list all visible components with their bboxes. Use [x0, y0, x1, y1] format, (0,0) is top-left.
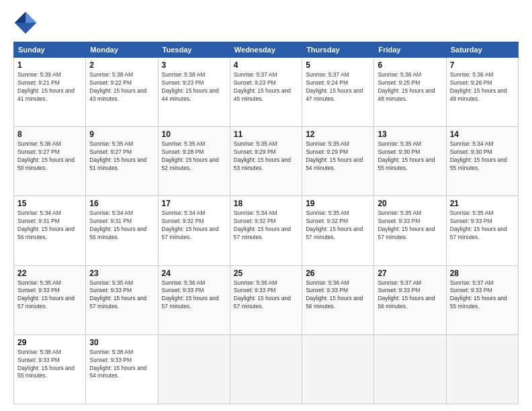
day-info: Sunrise: 5:36 AMSunset: 9:33 PMDaylight:…	[234, 279, 298, 312]
day-cell: 3Sunrise: 5:38 AMSunset: 9:23 PMDaylight…	[158, 58, 230, 127]
day-info: Sunrise: 5:35 AMSunset: 9:33 PMDaylight:…	[450, 210, 515, 242]
day-number: 8	[17, 130, 82, 139]
day-number: 10	[162, 130, 226, 139]
logo	[13, 11, 42, 35]
day-cell: 22Sunrise: 5:35 AMSunset: 9:33 PMDayligh…	[14, 265, 86, 334]
day-info: Sunrise: 5:35 AMSunset: 9:32 PMDaylight:…	[306, 210, 370, 242]
day-info: Sunrise: 5:36 AMSunset: 9:33 PMDaylight:…	[162, 279, 226, 312]
day-cell: 12Sunrise: 5:35 AMSunset: 9:29 PMDayligh…	[302, 127, 374, 196]
day-info: Sunrise: 5:35 AMSunset: 9:30 PMDaylight:…	[378, 140, 442, 173]
day-number: 21	[450, 199, 515, 208]
day-info: Sunrise: 5:35 AMSunset: 9:28 PMDaylight:…	[162, 140, 226, 173]
day-number: 11	[234, 130, 298, 139]
day-cell: 27Sunrise: 5:37 AMSunset: 9:33 PMDayligh…	[374, 265, 446, 334]
day-info: Sunrise: 5:34 AMSunset: 9:32 PMDaylight:…	[234, 210, 298, 242]
day-info: Sunrise: 5:34 AMSunset: 9:30 PMDaylight:…	[450, 140, 515, 173]
col-header-wednesday: Wednesday	[230, 42, 302, 58]
header	[13, 11, 519, 35]
day-info: Sunrise: 5:38 AMSunset: 9:22 PMDaylight:…	[89, 71, 154, 103]
day-info: Sunrise: 5:34 AMSunset: 9:31 PMDaylight:…	[89, 210, 154, 242]
day-number: 14	[450, 130, 515, 139]
col-header-tuesday: Tuesday	[158, 42, 230, 58]
day-cell: 29Sunrise: 5:38 AMSunset: 9:33 PMDayligh…	[14, 334, 86, 404]
day-info: Sunrise: 5:37 AMSunset: 9:23 PMDaylight:…	[234, 71, 298, 103]
calendar-page: SundayMondayTuesdayWednesdayThursdayFrid…	[0, 0, 532, 411]
week-row-1: 1Sunrise: 5:39 AMSunset: 9:21 PMDaylight…	[14, 58, 519, 127]
day-cell: 15Sunrise: 5:34 AMSunset: 9:31 PMDayligh…	[14, 196, 86, 265]
day-number: 16	[89, 199, 154, 208]
day-info: Sunrise: 5:38 AMSunset: 9:33 PMDaylight:…	[17, 349, 82, 381]
day-cell: 20Sunrise: 5:35 AMSunset: 9:33 PMDayligh…	[374, 196, 446, 265]
day-cell: 19Sunrise: 5:35 AMSunset: 9:32 PMDayligh…	[302, 196, 374, 265]
day-number: 5	[306, 60, 370, 70]
col-header-friday: Friday	[374, 42, 446, 58]
day-number: 22	[17, 269, 82, 278]
day-cell: 10Sunrise: 5:35 AMSunset: 9:28 PMDayligh…	[158, 127, 230, 196]
day-cell: 6Sunrise: 5:36 AMSunset: 9:25 PMDaylight…	[374, 58, 446, 127]
day-number: 4	[234, 60, 298, 70]
day-info: Sunrise: 5:38 AMSunset: 9:23 PMDaylight:…	[162, 71, 226, 103]
day-number: 30	[89, 338, 154, 347]
day-info: Sunrise: 5:38 AMSunset: 9:33 PMDaylight:…	[89, 349, 154, 381]
day-cell: 7Sunrise: 5:36 AMSunset: 9:26 PMDaylight…	[446, 58, 518, 127]
day-info: Sunrise: 5:35 AMSunset: 9:33 PMDaylight:…	[89, 279, 154, 312]
day-info: Sunrise: 5:37 AMSunset: 9:24 PMDaylight:…	[306, 71, 370, 103]
day-number: 28	[450, 269, 515, 278]
day-info: Sunrise: 5:35 AMSunset: 9:29 PMDaylight:…	[306, 140, 370, 173]
week-row-3: 15Sunrise: 5:34 AMSunset: 9:31 PMDayligh…	[14, 196, 519, 265]
day-cell: 18Sunrise: 5:34 AMSunset: 9:32 PMDayligh…	[230, 196, 302, 265]
day-info: Sunrise: 5:34 AMSunset: 9:32 PMDaylight:…	[162, 210, 226, 242]
day-number: 1	[17, 60, 82, 70]
day-info: Sunrise: 5:36 AMSunset: 9:26 PMDaylight:…	[450, 71, 515, 103]
day-cell	[446, 334, 518, 404]
week-row-4: 22Sunrise: 5:35 AMSunset: 9:33 PMDayligh…	[14, 265, 519, 334]
day-cell: 9Sunrise: 5:35 AMSunset: 9:27 PMDaylight…	[86, 127, 158, 196]
day-cell: 4Sunrise: 5:37 AMSunset: 9:23 PMDaylight…	[230, 58, 302, 127]
day-number: 24	[162, 269, 226, 278]
day-cell: 17Sunrise: 5:34 AMSunset: 9:32 PMDayligh…	[158, 196, 230, 265]
day-cell: 14Sunrise: 5:34 AMSunset: 9:30 PMDayligh…	[446, 127, 518, 196]
calendar-table: SundayMondayTuesdayWednesdayThursdayFrid…	[13, 42, 519, 404]
day-number: 26	[306, 269, 370, 278]
day-cell	[230, 334, 302, 404]
header-row: SundayMondayTuesdayWednesdayThursdayFrid…	[14, 42, 519, 58]
day-info: Sunrise: 5:34 AMSunset: 9:31 PMDaylight:…	[17, 210, 82, 242]
day-number: 2	[89, 60, 154, 70]
day-info: Sunrise: 5:35 AMSunset: 9:33 PMDaylight:…	[17, 279, 82, 312]
col-header-monday: Monday	[86, 42, 158, 58]
day-cell: 23Sunrise: 5:35 AMSunset: 9:33 PMDayligh…	[86, 265, 158, 334]
day-info: Sunrise: 5:36 AMSunset: 9:33 PMDaylight:…	[306, 279, 370, 312]
day-cell: 8Sunrise: 5:36 AMSunset: 9:27 PMDaylight…	[14, 127, 86, 196]
day-info: Sunrise: 5:37 AMSunset: 9:33 PMDaylight:…	[450, 279, 515, 312]
day-number: 27	[378, 269, 442, 278]
day-info: Sunrise: 5:36 AMSunset: 9:25 PMDaylight:…	[378, 71, 442, 103]
day-number: 12	[306, 130, 370, 139]
day-info: Sunrise: 5:39 AMSunset: 9:21 PMDaylight:…	[17, 71, 82, 103]
day-number: 25	[234, 269, 298, 278]
col-header-thursday: Thursday	[302, 42, 374, 58]
svg-marker-2	[15, 12, 26, 23]
day-cell: 26Sunrise: 5:36 AMSunset: 9:33 PMDayligh…	[302, 265, 374, 334]
day-cell	[374, 334, 446, 404]
day-number: 19	[306, 199, 370, 208]
col-header-sunday: Sunday	[14, 42, 86, 58]
logo-icon	[13, 11, 38, 35]
day-cell: 25Sunrise: 5:36 AMSunset: 9:33 PMDayligh…	[230, 265, 302, 334]
day-info: Sunrise: 5:35 AMSunset: 9:29 PMDaylight:…	[234, 140, 298, 173]
day-number: 15	[17, 199, 82, 208]
day-number: 7	[450, 60, 515, 70]
day-number: 9	[89, 130, 154, 139]
week-row-2: 8Sunrise: 5:36 AMSunset: 9:27 PMDaylight…	[14, 127, 519, 196]
day-cell: 1Sunrise: 5:39 AMSunset: 9:21 PMDaylight…	[14, 58, 86, 127]
day-number: 29	[17, 338, 82, 347]
day-cell	[158, 334, 230, 404]
col-header-saturday: Saturday	[446, 42, 518, 58]
day-cell: 2Sunrise: 5:38 AMSunset: 9:22 PMDaylight…	[86, 58, 158, 127]
day-cell: 28Sunrise: 5:37 AMSunset: 9:33 PMDayligh…	[446, 265, 518, 334]
day-cell: 11Sunrise: 5:35 AMSunset: 9:29 PMDayligh…	[230, 127, 302, 196]
week-row-5: 29Sunrise: 5:38 AMSunset: 9:33 PMDayligh…	[14, 334, 519, 404]
day-cell: 24Sunrise: 5:36 AMSunset: 9:33 PMDayligh…	[158, 265, 230, 334]
day-info: Sunrise: 5:35 AMSunset: 9:27 PMDaylight:…	[89, 140, 154, 173]
day-number: 3	[162, 60, 226, 70]
day-cell: 30Sunrise: 5:38 AMSunset: 9:33 PMDayligh…	[86, 334, 158, 404]
